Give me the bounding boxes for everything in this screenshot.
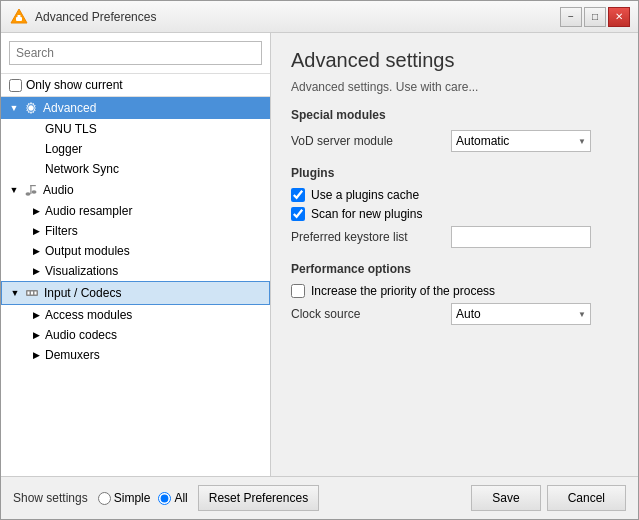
maximize-button[interactable]: □ bbox=[584, 7, 606, 27]
scan-plugins-checkbox[interactable] bbox=[291, 207, 305, 221]
keystore-row: Preferred keystore list bbox=[291, 226, 618, 248]
expand-arrow-audio-resampler: ▶ bbox=[29, 204, 43, 218]
search-input[interactable] bbox=[9, 41, 262, 65]
vlc-logo-icon bbox=[9, 7, 29, 27]
section-title-plugins: Plugins bbox=[291, 166, 618, 180]
priority-checkbox[interactable] bbox=[291, 284, 305, 298]
expand-arrow-audio: ▼ bbox=[7, 183, 21, 197]
tree-item-gnu-tls[interactable]: GNU TLS bbox=[1, 119, 270, 139]
save-button[interactable]: Save bbox=[471, 485, 540, 511]
window-controls: − □ ✕ bbox=[560, 7, 630, 27]
expand-arrow-filters: ▶ bbox=[29, 224, 43, 238]
section-title-special-modules: Special modules bbox=[291, 108, 618, 122]
spacer-network-sync bbox=[29, 162, 43, 176]
main-window: Advanced Preferences − □ ✕ Only show cur… bbox=[0, 0, 639, 520]
tree-item-advanced[interactable]: ▼ Advanced bbox=[1, 97, 270, 119]
tree-label-audio: Audio bbox=[43, 183, 74, 197]
tree-label-filters: Filters bbox=[45, 224, 78, 238]
svg-rect-10 bbox=[31, 292, 33, 295]
main-content: Only show current ▼ Advanced bbox=[1, 33, 638, 476]
vod-server-row: VoD server module Automatic None bbox=[291, 130, 618, 152]
tree-label-output-modules: Output modules bbox=[45, 244, 130, 258]
spacer-logger bbox=[29, 142, 43, 156]
svg-rect-7 bbox=[30, 185, 36, 186]
minimize-button[interactable]: − bbox=[560, 7, 582, 27]
tree-label-logger: Logger bbox=[45, 142, 82, 156]
title-bar: Advanced Preferences − □ ✕ bbox=[1, 1, 638, 33]
svg-point-5 bbox=[32, 190, 37, 194]
radio-all-label: All bbox=[174, 491, 187, 505]
radio-group: Simple All bbox=[98, 491, 188, 505]
tree-label-audio-codecs: Audio codecs bbox=[45, 328, 117, 342]
tree-label-visualizations: Visualizations bbox=[45, 264, 118, 278]
tree-item-audio-codecs[interactable]: ▶ Audio codecs bbox=[1, 325, 270, 345]
tree-item-logger[interactable]: Logger bbox=[1, 139, 270, 159]
bottom-right: Save Cancel bbox=[471, 485, 626, 511]
expand-arrow-advanced: ▼ bbox=[7, 101, 21, 115]
tree-item-network-sync[interactable]: Network Sync bbox=[1, 159, 270, 179]
svg-point-4 bbox=[26, 192, 31, 196]
svg-rect-6 bbox=[30, 185, 31, 194]
radio-all[interactable] bbox=[158, 492, 171, 505]
codec-icon bbox=[24, 285, 40, 301]
plugins-cache-row: Use a plugins cache bbox=[291, 188, 618, 202]
tree-label-gnu-tls: GNU TLS bbox=[45, 122, 97, 136]
bottom-left: Show settings Simple All Reset Preferenc… bbox=[13, 485, 319, 511]
search-box bbox=[1, 33, 270, 74]
tree-label-input-codecs: Input / Codecs bbox=[44, 286, 121, 300]
tree-label-audio-resampler: Audio resampler bbox=[45, 204, 132, 218]
tree-item-demuxers[interactable]: ▶ Demuxers bbox=[1, 345, 270, 365]
tree-label-demuxers: Demuxers bbox=[45, 348, 100, 362]
tree-item-input-codecs[interactable]: ▼ Input / Codecs bbox=[1, 281, 270, 305]
gear-icon bbox=[23, 100, 39, 116]
plugins-cache-label: Use a plugins cache bbox=[311, 188, 419, 202]
close-button[interactable]: ✕ bbox=[608, 7, 630, 27]
clock-source-select[interactable]: Auto System Monotonic bbox=[451, 303, 591, 325]
tree-label-network-sync: Network Sync bbox=[45, 162, 119, 176]
panel-subtitle: Advanced settings. Use with care... bbox=[291, 80, 618, 94]
only-show-current-row: Only show current bbox=[1, 74, 270, 97]
spacer-gnu-tls bbox=[29, 122, 43, 136]
expand-arrow-visualizations: ▶ bbox=[29, 264, 43, 278]
show-settings-label: Show settings bbox=[13, 491, 88, 505]
clock-source-label: Clock source bbox=[291, 307, 451, 321]
section-special-modules: Special modules VoD server module Automa… bbox=[291, 108, 618, 152]
radio-all-option[interactable]: All bbox=[158, 491, 187, 505]
right-panel: Advanced settings Advanced settings. Use… bbox=[271, 33, 638, 476]
reset-preferences-button[interactable]: Reset Preferences bbox=[198, 485, 319, 511]
expand-arrow-demuxers: ▶ bbox=[29, 348, 43, 362]
cancel-button[interactable]: Cancel bbox=[547, 485, 626, 511]
keystore-input[interactable] bbox=[451, 226, 591, 248]
tree-label-access-modules: Access modules bbox=[45, 308, 132, 322]
expand-arrow-input-codecs: ▼ bbox=[8, 286, 22, 300]
title-bar-left: Advanced Preferences bbox=[9, 7, 156, 27]
radio-simple[interactable] bbox=[98, 492, 111, 505]
left-panel: Only show current ▼ Advanced bbox=[1, 33, 271, 476]
svg-rect-9 bbox=[28, 292, 30, 295]
vod-server-label: VoD server module bbox=[291, 134, 451, 148]
clock-source-row: Clock source Auto System Monotonic bbox=[291, 303, 618, 325]
note-icon bbox=[23, 182, 39, 198]
scan-plugins-label: Scan for new plugins bbox=[311, 207, 422, 221]
vod-server-select[interactable]: Automatic None bbox=[451, 130, 591, 152]
section-performance: Performance options Increase the priorit… bbox=[291, 262, 618, 325]
section-plugins: Plugins Use a plugins cache Scan for new… bbox=[291, 166, 618, 248]
plugins-cache-checkbox[interactable] bbox=[291, 188, 305, 202]
tree-item-audio-resampler[interactable]: ▶ Audio resampler bbox=[1, 201, 270, 221]
tree-item-audio[interactable]: ▼ Audio bbox=[1, 179, 270, 201]
svg-point-3 bbox=[29, 106, 34, 111]
only-show-current-checkbox[interactable] bbox=[9, 79, 22, 92]
svg-rect-2 bbox=[18, 15, 21, 18]
expand-arrow-access-modules: ▶ bbox=[29, 308, 43, 322]
expand-arrow-output-modules: ▶ bbox=[29, 244, 43, 258]
radio-simple-label: Simple bbox=[114, 491, 151, 505]
tree-item-output-modules[interactable]: ▶ Output modules bbox=[1, 241, 270, 261]
tree-item-visualizations[interactable]: ▶ Visualizations bbox=[1, 261, 270, 281]
radio-simple-option[interactable]: Simple bbox=[98, 491, 151, 505]
section-title-performance: Performance options bbox=[291, 262, 618, 276]
tree-item-access-modules[interactable]: ▶ Access modules bbox=[1, 305, 270, 325]
only-show-current-label: Only show current bbox=[26, 78, 123, 92]
tree-item-filters[interactable]: ▶ Filters bbox=[1, 221, 270, 241]
tree-container: ▼ Advanced GNU TLS bbox=[1, 97, 270, 476]
keystore-label: Preferred keystore list bbox=[291, 230, 451, 244]
